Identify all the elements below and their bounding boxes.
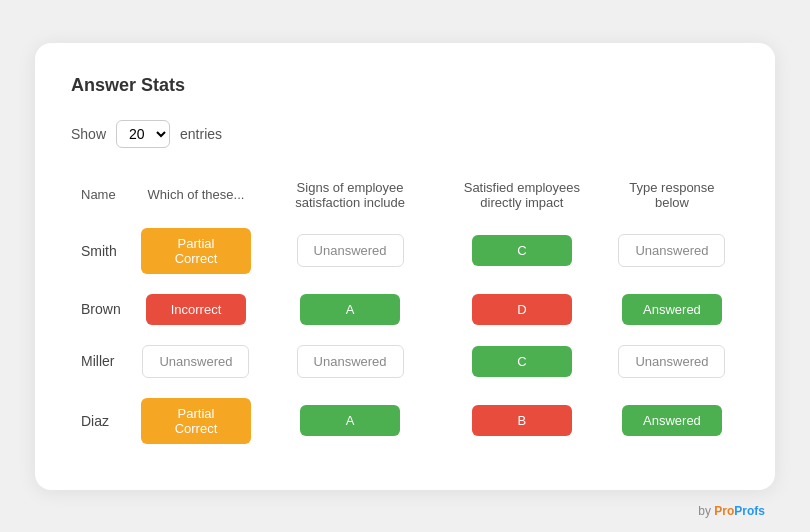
entries-select[interactable]: 20 10 50 [116, 120, 170, 148]
cell-col4: Unanswered [605, 335, 739, 388]
cell-col1: Partial Correct [131, 218, 262, 284]
cell-badge: C [472, 346, 572, 377]
answer-stats-table: NameWhich of these...Signs of employee s… [71, 172, 739, 454]
cell-col2: Unanswered [261, 218, 439, 284]
answer-stats-card: Answer Stats Show 20 10 50 entries NameW… [35, 43, 775, 490]
cell-name: Smith [71, 218, 131, 284]
show-label: Show [71, 126, 106, 142]
cell-col3: B [439, 388, 605, 454]
proprofs-branding: by ProProfs [698, 504, 765, 518]
cell-col3: C [439, 335, 605, 388]
cell-badge: Partial Correct [141, 228, 252, 274]
cell-badge: Unanswered [297, 234, 404, 267]
table-row: MillerUnansweredUnansweredCUnanswered [71, 335, 739, 388]
cell-badge: B [472, 405, 572, 436]
cell-col4: Answered [605, 388, 739, 454]
col-header-col2: Signs of employee satisfaction include [261, 172, 439, 218]
cell-col3: D [439, 284, 605, 335]
cell-badge: C [472, 235, 572, 266]
table-row: BrownIncorrectADAnswered [71, 284, 739, 335]
page-title: Answer Stats [71, 75, 739, 96]
cell-badge: A [300, 405, 400, 436]
cell-badge: Unanswered [618, 345, 725, 378]
cell-col2: Unanswered [261, 335, 439, 388]
cell-col2: A [261, 388, 439, 454]
table-row: SmithPartial CorrectUnansweredCUnanswere… [71, 218, 739, 284]
cell-col1: Incorrect [131, 284, 262, 335]
cell-col3: C [439, 218, 605, 284]
cell-col4: Unanswered [605, 218, 739, 284]
col-header-col3: Satisfied employees directly impact [439, 172, 605, 218]
table-row: DiazPartial CorrectABAnswered [71, 388, 739, 454]
col-header-col4: Type response below [605, 172, 739, 218]
cell-col1: Partial Correct [131, 388, 262, 454]
cell-col1: Unanswered [131, 335, 262, 388]
cell-badge: Incorrect [146, 294, 246, 325]
cell-badge: D [472, 294, 572, 325]
cell-badge: A [300, 294, 400, 325]
cell-badge: Answered [622, 405, 722, 436]
cell-badge: Unanswered [142, 345, 249, 378]
entries-label: entries [180, 126, 222, 142]
cell-col2: A [261, 284, 439, 335]
cell-badge: Partial Correct [141, 398, 252, 444]
cell-col4: Answered [605, 284, 739, 335]
cell-badge: Unanswered [297, 345, 404, 378]
cell-name: Diaz [71, 388, 131, 454]
col-header-col1: Which of these... [131, 172, 262, 218]
cell-badge: Answered [622, 294, 722, 325]
cell-name: Brown [71, 284, 131, 335]
cell-badge: Unanswered [618, 234, 725, 267]
cell-name: Miller [71, 335, 131, 388]
col-header-name: Name [71, 172, 131, 218]
